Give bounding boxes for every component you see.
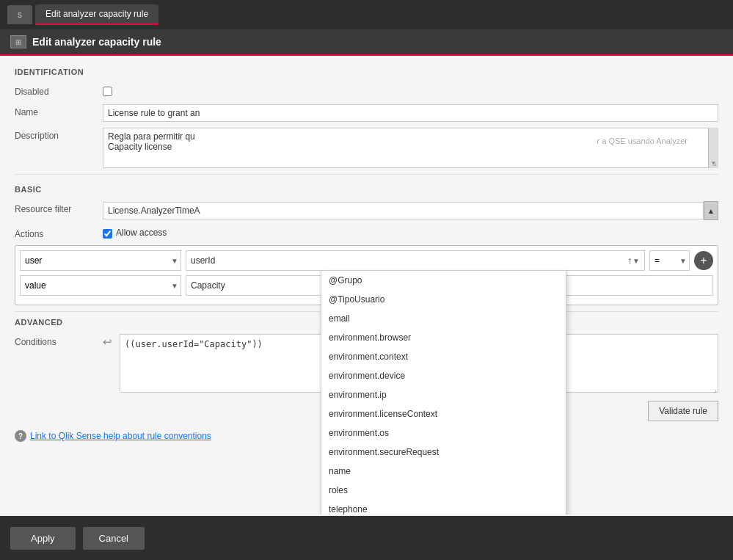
tab-home[interactable]: s bbox=[7, 5, 32, 24]
resource-filter-value: ▲ bbox=[103, 201, 718, 220]
value-select-wrapper: value ▼ bbox=[20, 275, 181, 296]
help-icon: ? bbox=[15, 430, 26, 442]
resource-filter-arrow[interactable]: ▲ bbox=[704, 201, 718, 220]
resource-filter-input[interactable] bbox=[103, 202, 704, 219]
dropdown-item-telephone[interactable]: telephone bbox=[321, 500, 566, 514]
disabled-row: Disabled bbox=[15, 84, 718, 98]
userid-dropdown-trigger[interactable]: userId ▼ ↑ bbox=[186, 250, 645, 271]
dropdown-item-tipousuario[interactable]: @TipoUsuario bbox=[321, 290, 566, 309]
allow-access-checkbox[interactable] bbox=[103, 229, 112, 239]
resource-filter-row: Resource filter ▲ bbox=[15, 201, 718, 220]
dropdown-item-env-ip[interactable]: environment.ip bbox=[321, 385, 566, 404]
user-select[interactable]: user bbox=[20, 250, 181, 271]
dropdown-item-grupo[interactable]: @Grupo bbox=[321, 271, 566, 290]
dropdown-item-env-browser[interactable]: environment.browser bbox=[321, 328, 566, 347]
page-header-icon: ⊞ bbox=[10, 35, 26, 48]
dropdown-item-env-os[interactable]: environment.os bbox=[321, 423, 566, 443]
disabled-value bbox=[103, 84, 718, 98]
tab-edit-rule[interactable]: Edit analyzer capacity rule bbox=[35, 4, 158, 25]
description-value: ▼ ⌟ r a QSE usando Analyzer bbox=[103, 128, 718, 168]
basic-section-title: BASIC bbox=[15, 185, 718, 194]
cursor-icon: ↑ bbox=[627, 255, 632, 266]
resource-filter-label: Resource filter bbox=[15, 201, 103, 214]
validate-rule-button[interactable]: Validate rule bbox=[648, 401, 718, 421]
name-label: Name bbox=[15, 104, 103, 117]
description-textarea[interactable] bbox=[103, 128, 718, 168]
top-nav: s Edit analyzer capacity rule bbox=[0, 0, 733, 29]
disabled-label: Disabled bbox=[15, 84, 103, 97]
userid-dropdown-menu: @Grupo @TipoUsuario email environment.br… bbox=[321, 270, 566, 514]
dropdown-item-name[interactable]: name bbox=[321, 462, 566, 481]
equals-select[interactable]: = bbox=[649, 250, 690, 271]
description-row: Description ▼ ⌟ r a QSE usando Analyzer bbox=[15, 128, 718, 168]
equals-select-wrapper: = ▼ bbox=[649, 250, 690, 271]
identification-section-title: IDENTIFICATION bbox=[15, 68, 718, 76]
value-select[interactable]: value bbox=[20, 275, 181, 296]
userid-dropdown-arrow: ▼ bbox=[632, 257, 640, 265]
dropdown-item-roles[interactable]: roles bbox=[321, 481, 566, 500]
disabled-checkbox[interactable] bbox=[103, 87, 112, 96]
main-content: IDENTIFICATION Disabled Name Description… bbox=[0, 56, 733, 514]
dropdown-item-env-context[interactable]: environment.context bbox=[321, 347, 566, 366]
help-link[interactable]: Link to Qlik Sense help about rule conve… bbox=[30, 431, 211, 441]
name-input[interactable] bbox=[103, 104, 718, 122]
cancel-button[interactable]: Cancel bbox=[83, 527, 145, 550]
bottom-bar: Apply Cancel bbox=[0, 516, 733, 560]
conditions-resize: ⌟ bbox=[713, 385, 717, 393]
userid-select-container: userId ▼ ↑ bbox=[186, 250, 645, 271]
allow-access-label[interactable]: Allow access bbox=[103, 226, 718, 239]
actions-row: Actions Allow access bbox=[15, 226, 718, 239]
dropdown-item-env-licensecontext[interactable]: environment.licenseContext bbox=[321, 404, 566, 423]
description-overflow-text: r a QSE usando Analyzer bbox=[597, 137, 688, 145]
dropdown-item-env-device[interactable]: environment.device bbox=[321, 366, 566, 385]
page-header-title: Edit analyzer capacity rule bbox=[32, 36, 161, 48]
dropdown-item-env-securerequest[interactable]: environment.secureRequest bbox=[321, 443, 566, 462]
name-value bbox=[103, 104, 718, 122]
actions-label: Actions bbox=[15, 226, 103, 239]
actions-value: Allow access bbox=[103, 226, 718, 239]
add-condition-button[interactable]: + bbox=[694, 251, 713, 270]
apply-button[interactable]: Apply bbox=[10, 527, 76, 550]
conditions-undo-icon[interactable]: ↩ bbox=[103, 335, 112, 349]
description-label: Description bbox=[15, 128, 103, 141]
dropdown-item-email[interactable]: email bbox=[321, 309, 566, 328]
user-select-wrapper: user ▼ bbox=[20, 250, 181, 271]
page-header: ⊞ Edit analyzer capacity rule bbox=[0, 29, 733, 56]
condition-row-1: user ▼ userId ▼ ↑ = ▼ + bbox=[20, 250, 713, 271]
conditions-label: Conditions bbox=[15, 334, 103, 347]
description-scrollbar: ▼ bbox=[708, 128, 718, 168]
name-row: Name bbox=[15, 104, 718, 122]
